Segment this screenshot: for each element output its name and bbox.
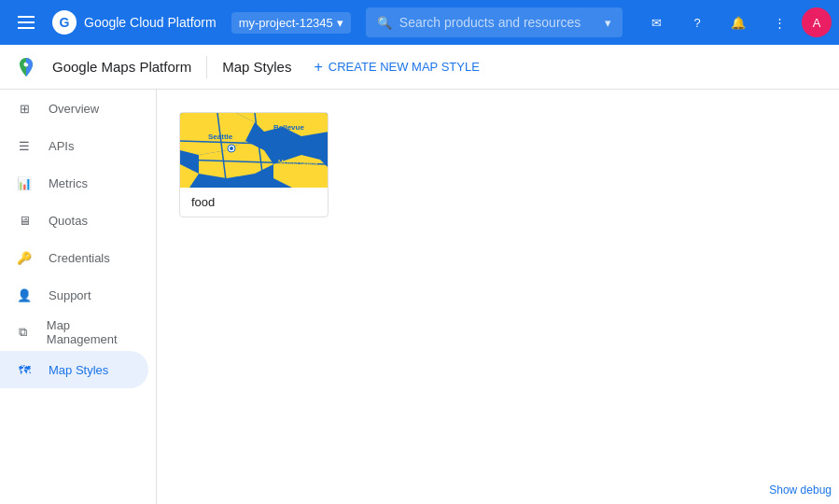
google-logo: G [52, 10, 77, 35]
app-logo-area: G Google Cloud Platform [52, 10, 217, 35]
sidebar-label-metrics: Metrics [49, 176, 88, 190]
notifications-button[interactable]: 🔔 [720, 4, 757, 41]
sidebar-label-map-management: Map Management [47, 318, 133, 346]
key-icon: 🔑 [15, 251, 34, 265]
brand-title: Google Maps Platform [52, 59, 191, 75]
sidebar-item-credentials[interactable]: 🔑 Credentials [0, 239, 148, 276]
sidebar-item-support[interactable]: 👤 Support [0, 276, 148, 314]
map-icon: 🗺 [15, 363, 34, 377]
grid-icon: ⊞ [15, 102, 34, 116]
sidebar-label-map-styles: Map Styles [49, 363, 108, 377]
top-header: G Google Cloud Platform my-project-12345… [0, 0, 839, 45]
monitor-icon: 🖥 [15, 214, 34, 228]
sidebar-label-overview: Overview [49, 102, 99, 116]
more-options-button[interactable]: ⋮ [761, 4, 798, 41]
sidebar-label-support: Support [49, 288, 91, 302]
sidebar-item-overview[interactable]: ⊞ Overview [0, 90, 148, 127]
header-actions: ✉ ? 🔔 ⋮ A [637, 4, 832, 41]
search-icon: 🔍 [377, 16, 392, 30]
svg-point-14 [230, 147, 233, 150]
email-button[interactable]: ✉ [637, 4, 675, 41]
main-content: Seattle Bellevue Mercer Island food [157, 90, 839, 504]
hamburger-icon [18, 16, 35, 29]
person-icon: 👤 [15, 288, 34, 302]
dropdown-icon: ▾ [337, 16, 343, 30]
map-thumbnail: Seattle Bellevue Mercer Island [180, 113, 329, 188]
sidebar-item-quotas[interactable]: 🖥 Quotas [0, 202, 148, 239]
search-bar[interactable]: 🔍 ▾ [366, 7, 622, 37]
subheader: Google Maps Platform Map Styles + CREATE… [0, 45, 839, 90]
page-title: Map Styles [222, 59, 291, 75]
menu-button[interactable] [7, 4, 45, 41]
list-icon: ☰ [15, 139, 34, 153]
sidebar-item-metrics[interactable]: 📊 Metrics [0, 164, 148, 202]
maps-logo [15, 56, 37, 78]
sidebar-label-quotas: Quotas [49, 214, 88, 228]
search-dropdown-icon[interactable]: ▾ [605, 16, 611, 30]
sidebar-item-apis[interactable]: ☰ APIs [0, 127, 148, 164]
sidebar-label-apis: APIs [49, 139, 74, 153]
sidebar-label-credentials: Credentials [49, 251, 110, 265]
map-thumbnail-svg: Seattle Bellevue Mercer Island [180, 113, 329, 188]
svg-text:Bellevue: Bellevue [273, 123, 304, 132]
map-style-name: food [180, 188, 328, 217]
avatar[interactable]: A [802, 7, 832, 37]
search-input[interactable] [399, 15, 597, 30]
divider [206, 56, 207, 78]
project-selector[interactable]: my-project-12345 ▾ [231, 12, 351, 34]
sidebar-item-map-styles[interactable]: 🗺 Map Styles [0, 351, 148, 388]
create-new-map-style-button[interactable]: + CREATE NEW MAP STYLE [306, 53, 486, 81]
bar-chart-icon: 📊 [15, 176, 34, 190]
sidebar: ⊞ Overview ☰ APIs 📊 Metrics 🖥 Quotas 🔑 C… [0, 90, 157, 504]
show-debug-link[interactable]: Show debug [769, 483, 832, 497]
map-style-card-food[interactable]: Seattle Bellevue Mercer Island food [179, 112, 329, 217]
app-title: Google Cloud Platform [84, 15, 217, 30]
sidebar-item-map-management[interactable]: ⧉ Map Management [0, 314, 148, 351]
help-button[interactable]: ? [678, 4, 716, 41]
add-icon: + [314, 59, 322, 76]
svg-text:Mercer Island: Mercer Island [278, 159, 318, 165]
svg-text:Seattle: Seattle [208, 133, 233, 141]
layers-icon: ⧉ [15, 325, 32, 340]
